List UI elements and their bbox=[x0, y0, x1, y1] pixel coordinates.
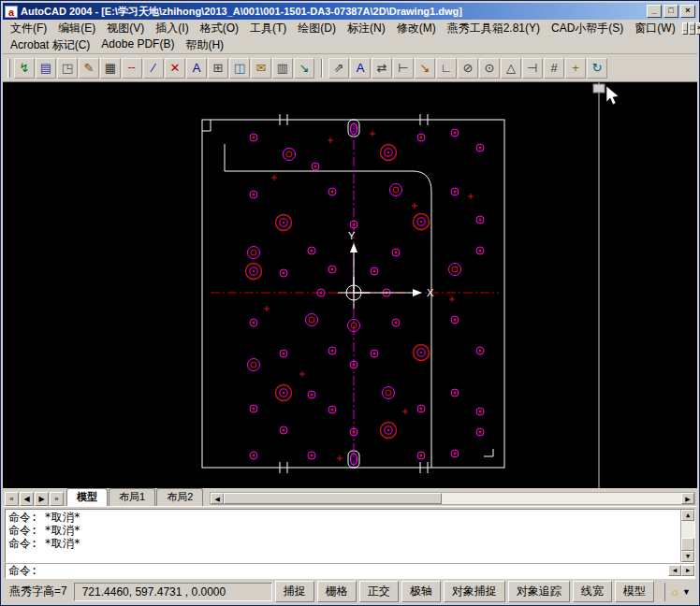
menu-item[interactable]: 窗口(W) bbox=[629, 20, 680, 37]
toolbar-grip[interactable] bbox=[7, 59, 10, 78]
scrollbar-thumb[interactable] bbox=[224, 493, 442, 504]
command-line: 命令: *取消* bbox=[8, 537, 678, 550]
horizontal-scrollbar[interactable]: ◀ ▶ bbox=[210, 492, 695, 505]
menu-item[interactable]: 插入(I) bbox=[150, 20, 194, 37]
dim-center-icon[interactable]: ⊙ bbox=[479, 58, 500, 79]
menu-item[interactable]: 文件(F) bbox=[5, 20, 52, 37]
scroll-up-icon[interactable]: ▲ bbox=[681, 510, 694, 521]
dim-linear-icon[interactable]: ⊣ bbox=[522, 58, 543, 79]
scroll-down-icon[interactable]: ▼ bbox=[681, 551, 694, 562]
array-icon[interactable]: ⊞ bbox=[208, 58, 228, 79]
quick-dim-icon[interactable]: + bbox=[565, 58, 586, 79]
block-icon[interactable]: ◫ bbox=[229, 58, 250, 79]
child-restore-button[interactable]: □ bbox=[689, 22, 695, 35]
export-icon[interactable]: ↘ bbox=[294, 58, 314, 79]
layers-icon[interactable]: ▤ bbox=[36, 58, 56, 79]
cmd-scroll-right-icon[interactable]: ▶ bbox=[681, 565, 694, 576]
dim-text-icon[interactable]: A bbox=[350, 58, 371, 79]
maximize-button[interactable]: □ bbox=[664, 5, 678, 18]
status-toggle-button[interactable]: 模型 bbox=[615, 581, 654, 602]
drawing-canvas[interactable]: Y X bbox=[3, 82, 697, 488]
menu-item[interactable]: 工具(T) bbox=[244, 20, 292, 37]
tab-布局1[interactable]: 布局1 bbox=[109, 488, 155, 506]
toolbar-group-2: ⇗A⇄⊢↘∟⊘⊙△⊣#+↻ bbox=[328, 58, 608, 79]
linetype-icon[interactable]: ╌ bbox=[122, 58, 142, 79]
corner-mark bbox=[484, 449, 493, 456]
command-vscrollbar[interactable]: ▲ ▼ bbox=[680, 510, 694, 562]
menu-item[interactable]: 编辑(E) bbox=[52, 20, 101, 37]
status-message: 燕秀字高=7 bbox=[6, 584, 71, 599]
scroll-left-icon[interactable]: ◀ bbox=[211, 493, 224, 504]
tab-模型[interactable]: 模型 bbox=[66, 488, 108, 506]
dim-baseline-icon[interactable]: ⊢ bbox=[393, 58, 414, 79]
dim-continue-icon[interactable]: ⇄ bbox=[372, 58, 392, 79]
scrollbar-track[interactable] bbox=[442, 493, 681, 504]
dim-aligned-icon[interactable]: ⇗ bbox=[328, 58, 349, 79]
communication-center-icon[interactable]: ☼ bbox=[669, 584, 680, 599]
status-toggle-button[interactable]: 栅格 bbox=[317, 581, 357, 602]
mouse-cursor bbox=[606, 86, 619, 105]
menu-item[interactable]: CAD小帮手(S) bbox=[546, 20, 629, 37]
menu-item[interactable]: 格式(O) bbox=[195, 20, 244, 37]
drawing-svg: Y X bbox=[3, 82, 697, 488]
menu-item[interactable]: 修改(M) bbox=[391, 20, 442, 37]
minimize-button[interactable]: _ bbox=[647, 5, 662, 18]
hole-pattern bbox=[246, 129, 485, 459]
tab-nav-button[interactable]: ◀ bbox=[20, 492, 34, 506]
tab-nav-button[interactable]: ▶ bbox=[35, 492, 49, 506]
command-prompt-row[interactable]: 命令: ◀ ▶ bbox=[5, 563, 695, 579]
status-toggle-button[interactable]: 极轴 bbox=[401, 581, 441, 602]
viewports-icon[interactable]: ◳ bbox=[57, 58, 78, 79]
command-vscroll-thumb[interactable] bbox=[681, 538, 694, 551]
table-icon[interactable]: ▥ bbox=[272, 58, 293, 79]
ucs-icon bbox=[338, 243, 422, 309]
layout-tabs: 模型布局1布局2 bbox=[66, 488, 204, 506]
status-bar: 燕秀字高=7 721.4460, 597.4731 , 0.0000 捕捉栅格正… bbox=[3, 580, 697, 603]
command-window: 命令: *取消*命令: *取消*命令: *取消* ▲ ▼ 命令: ◀ ▶ bbox=[3, 506, 697, 580]
menu-item[interactable]: 绘图(D) bbox=[292, 20, 342, 37]
scroll-right-icon[interactable]: ▶ bbox=[681, 493, 694, 504]
x-axis-label: X bbox=[427, 287, 434, 298]
cmd-scroll-left-icon[interactable]: ◀ bbox=[668, 565, 681, 576]
dim-ordinate-icon[interactable]: # bbox=[544, 58, 564, 79]
erase-icon[interactable]: ✕ bbox=[165, 58, 185, 79]
child-minimize-button[interactable]: _ bbox=[682, 22, 688, 35]
menu-item[interactable]: 燕秀工具箱2.81(Y) bbox=[442, 20, 546, 37]
menu-item[interactable]: 视图(V) bbox=[101, 20, 150, 37]
child-close-button[interactable]: × bbox=[696, 22, 700, 35]
status-toggle-button[interactable]: 正交 bbox=[359, 581, 399, 602]
mail-icon[interactable]: ✉ bbox=[251, 58, 271, 79]
tab-nav-button[interactable]: » bbox=[50, 492, 64, 506]
menu-item[interactable]: 标注(N) bbox=[342, 20, 391, 37]
toolbar: ↯▤◳✎▦╌∕✕A⊞◫✉▥↘ ⇗A⇄⊢↘∟⊘⊙△⊣#+↻ bbox=[3, 54, 697, 82]
tolerance-icon[interactable]: △ bbox=[501, 58, 521, 79]
text-style-icon[interactable]: A bbox=[186, 58, 207, 79]
etransmit-icon[interactable]: ↯ bbox=[14, 58, 35, 79]
menu-item[interactable]: 帮助(H) bbox=[180, 36, 229, 54]
status-toggle-button[interactable]: 捕捉 bbox=[275, 581, 314, 602]
command-prompt[interactable]: 命令: bbox=[8, 563, 37, 579]
menu-item[interactable]: Acrobat 标记(C) bbox=[5, 36, 95, 54]
tray-chevron-icon[interactable]: ▼ bbox=[682, 587, 691, 597]
status-toggle-button[interactable]: 线宽 bbox=[573, 581, 612, 602]
line-icon[interactable]: ∕ bbox=[143, 58, 164, 79]
tab-布局2[interactable]: 布局2 bbox=[156, 488, 203, 506]
tab-nav-button[interactable]: « bbox=[5, 492, 19, 506]
dim-update-icon[interactable]: ↻ bbox=[587, 58, 607, 79]
hatch-icon[interactable]: ▦ bbox=[100, 58, 121, 79]
menubar-row1: 文件(F)编辑(E)视图(V)插入(I)格式(O)工具(T)绘图(D)标注(N)… bbox=[3, 20, 697, 37]
dim-angular-icon[interactable]: ∟ bbox=[436, 58, 457, 79]
menu-row2-items: Acrobat 标记(C)Adobe PDF(B)帮助(H) bbox=[5, 36, 229, 54]
dim-diameter-icon[interactable]: ⊘ bbox=[458, 58, 478, 79]
floating-toolbar-handle[interactable] bbox=[593, 84, 605, 93]
leader-icon[interactable]: ↘ bbox=[415, 58, 435, 79]
menu-item[interactable]: Adobe PDF(B) bbox=[95, 36, 180, 54]
sketch-icon[interactable]: ✎ bbox=[79, 58, 99, 79]
status-toggle-button[interactable]: 对象追踪 bbox=[508, 581, 570, 602]
coordinates-display[interactable]: 721.4460, 597.4731 , 0.0000 bbox=[74, 583, 272, 601]
close-button[interactable]: × bbox=[680, 5, 695, 18]
status-toggle-button[interactable]: 对象捕捉 bbox=[444, 581, 505, 602]
toolbar-separator bbox=[321, 59, 323, 78]
plate-corner-step bbox=[202, 120, 211, 131]
command-hscrollbar[interactable]: ◀ ▶ bbox=[668, 565, 694, 577]
